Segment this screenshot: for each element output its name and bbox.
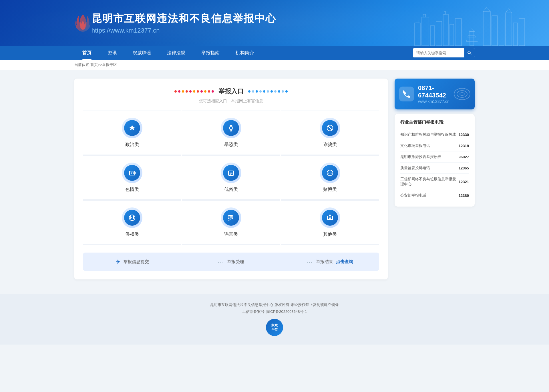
- right-section: 0871-67443542 www.km12377.cn 行业主管部门举报电话:…: [395, 79, 475, 207]
- search-input[interactable]: [413, 51, 464, 55]
- svg-text:XXX: XXX: [130, 172, 136, 175]
- search-button[interactable]: [464, 48, 475, 57]
- step-accept: ··· 举报受理: [182, 253, 280, 271]
- nav-item-guide[interactable]: 举报指南: [193, 46, 228, 60]
- nav-item-debunk[interactable]: 权威辟谣: [125, 46, 159, 60]
- dot: [197, 90, 199, 93]
- hotline-name: 工信部网络不良与垃圾信息举报受理中心: [400, 177, 456, 187]
- category-gamble[interactable]: 赌博类: [281, 155, 379, 200]
- category-icon-inner: XXX: [124, 165, 140, 181]
- dot: [200, 90, 203, 93]
- dot: [256, 90, 258, 93]
- dot: [178, 90, 180, 93]
- category-rumor[interactable]: 谣 谣言类: [182, 200, 280, 245]
- dot: [278, 90, 280, 93]
- politics-icon: [128, 124, 136, 132]
- svg-rect-15: [513, 23, 518, 46]
- category-terror[interactable]: 暴恐类: [182, 111, 280, 155]
- category-icon-inner: [124, 120, 140, 136]
- category-porn[interactable]: XXX 色情类: [83, 155, 181, 200]
- category-icon-inner: 谣: [223, 210, 239, 226]
- hotline-row-1: 知识产权维权援助与举报投诉热线 12330: [400, 129, 469, 140]
- step-query-link[interactable]: 点击查询: [336, 259, 353, 265]
- category-infringement[interactable]: 侵权类: [83, 200, 181, 245]
- hotline-row-4: 质量监管投诉电话 12365: [400, 163, 469, 174]
- footer-badge: 家政华佰: [266, 319, 283, 336]
- terror-icon: [227, 124, 235, 132]
- category-icon-inner: [322, 210, 338, 226]
- nav-item-news[interactable]: 资讯: [100, 46, 125, 60]
- category-icon-wrap: [221, 163, 241, 183]
- step-accept-label: 举报受理: [227, 259, 244, 265]
- svg-rect-7: [444, 11, 445, 14]
- category-vulgar[interactable]: 低俗类: [182, 155, 280, 200]
- category-icon-wrap: [122, 207, 142, 228]
- category-icon-wrap: 谣: [221, 207, 241, 228]
- svg-line-18: [470, 53, 471, 55]
- hotline-number: 12330: [459, 133, 469, 137]
- hotline-name: 公安部举报电话: [400, 193, 456, 198]
- dot: [174, 90, 177, 93]
- infringement-icon: [128, 214, 136, 222]
- site-url: https://www.km12377.cn: [92, 27, 276, 34]
- svg-rect-9: [455, 19, 462, 46]
- step-result-label: 举报结果: [316, 259, 333, 265]
- dot: [193, 90, 195, 93]
- porn-icon: XXX: [128, 169, 136, 177]
- hotline-name: 昆明市旅游投诉举报热线: [400, 154, 456, 159]
- main-content: 举报入口 您可选相应入口，举报网上有害信息: [0, 70, 549, 288]
- category-icon-wrap: [320, 163, 340, 183]
- category-label: 赌博类: [323, 187, 337, 193]
- footer-copyright: 昆明市互联网违法和不良信息举报中心 版权所有 未经授权禁止复制或建立镜像: [9, 302, 540, 307]
- nav-item-law[interactable]: 法律法规: [159, 46, 193, 60]
- phone-decoration: [453, 87, 471, 101]
- svg-point-48: [460, 93, 464, 95]
- hotline-number: 96927: [459, 155, 469, 159]
- svg-point-17: [468, 51, 470, 54]
- hotline-row-5: 工信部网络不良与垃圾信息举报受理中心 12321: [400, 174, 469, 190]
- category-fraud[interactable]: 诈骗类: [281, 111, 379, 155]
- svg-rect-11: [483, 11, 490, 46]
- nav-item-home[interactable]: 首页: [74, 46, 100, 60]
- svg-rect-16: [519, 19, 525, 46]
- phone-svg: [403, 90, 411, 98]
- category-icon-inner: [223, 120, 239, 136]
- decoration-svg: [453, 87, 471, 101]
- category-icon-inner: [322, 165, 338, 181]
- dot: [270, 90, 273, 93]
- category-icon-inner: [124, 210, 140, 226]
- dot: [189, 90, 192, 93]
- svg-point-38: [331, 172, 332, 173]
- phone-url: www.km12377.cn: [418, 99, 449, 104]
- report-section: 举报入口 您可选相应入口，举报网上有害信息: [74, 79, 388, 279]
- dots-right: [248, 90, 288, 93]
- svg-point-36: [331, 173, 332, 174]
- nav-item-about[interactable]: 机构简介: [228, 46, 262, 60]
- category-other[interactable]: 其他类: [281, 200, 379, 245]
- dot: [204, 90, 206, 93]
- logo-icon: [74, 13, 92, 33]
- category-label: 其他类: [323, 231, 337, 237]
- dot: [267, 90, 269, 93]
- search-icon: [467, 51, 472, 55]
- hotline-name: 文化市场举报电话: [400, 143, 456, 148]
- dot: [274, 90, 277, 93]
- svg-rect-14: [506, 13, 512, 46]
- dot: [186, 90, 188, 93]
- category-icon-wrap: XXX: [122, 163, 142, 183]
- svg-point-37: [329, 173, 329, 174]
- category-label: 谣言类: [224, 231, 238, 237]
- step-submit: ✈ 举报信息提交: [83, 253, 182, 271]
- step-submit-label: 举报信息提交: [123, 259, 149, 265]
- dot: [285, 90, 288, 93]
- hotline-row-3: 昆明市旅游投诉举报热线 96927: [400, 151, 469, 163]
- svg-point-34: [329, 172, 329, 173]
- nav-links: 首页 资讯 权威辟谣 法律法规 举报指南 机构简介: [74, 46, 262, 60]
- category-label: 暴恐类: [224, 142, 238, 148]
- dot: [263, 90, 265, 93]
- phone-icon: [399, 87, 414, 101]
- svg-point-45: [329, 217, 331, 219]
- hotline-name: 知识产权维权援助与举报投诉热线: [400, 132, 456, 137]
- category-label: 诈骗类: [323, 142, 337, 148]
- category-politics[interactable]: 政治类: [83, 111, 181, 155]
